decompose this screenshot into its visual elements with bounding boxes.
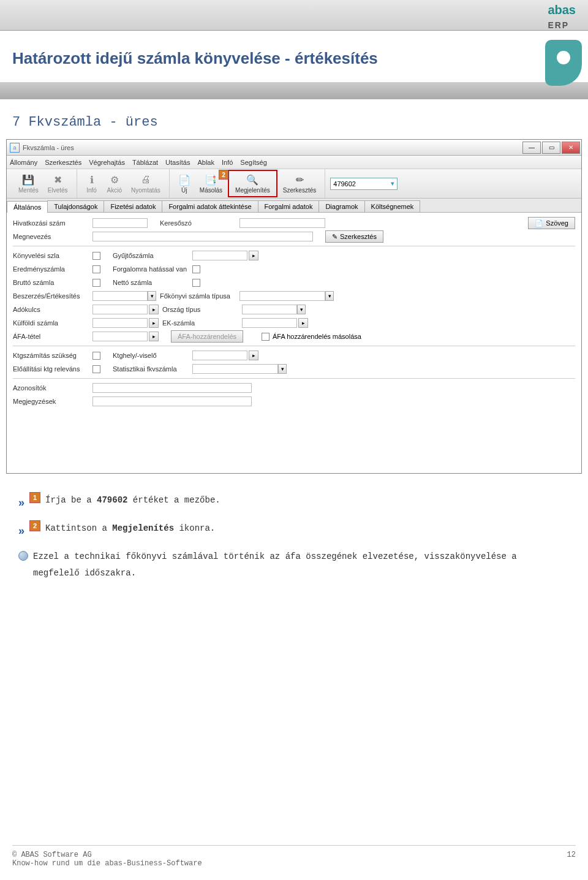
pick-kulfoldi[interactable]: ▸ [149, 318, 159, 328]
page-footer: © ABAS Software AG Know-how rund um die … [12, 845, 576, 868]
copy-icon: 📑 [205, 173, 217, 186]
menu-szerkesztes[interactable]: Szerkesztés [45, 159, 81, 166]
tab-forgalmi[interactable]: Forgalmi adatok [258, 200, 320, 212]
input-afa-tetel[interactable] [92, 332, 148, 341]
chk-brutto[interactable] [92, 279, 100, 287]
toolbar-info[interactable]: ℹInfó [82, 172, 102, 195]
input-beszerzes[interactable] [92, 291, 148, 301]
form-body: Hivatkozási szám Keresőszó 📄Szöveg Megne… [7, 213, 581, 473]
tab-diagramok[interactable]: Diagramok [318, 200, 364, 212]
tab-fizetesi[interactable]: Fizetési adatok [104, 200, 162, 212]
maximize-button[interactable]: ▭ [542, 142, 560, 154]
menu-utasitas[interactable]: Utasítás [165, 159, 190, 166]
label-fokonyvi-tipus: Főkönyvi számla típusa [160, 292, 239, 300]
menu-allomany[interactable]: Állomány [10, 159, 37, 166]
input-gyujto[interactable] [192, 251, 247, 260]
btn-szoveg[interactable]: 📄Szöveg [528, 217, 575, 229]
chk-eredmeny[interactable] [92, 265, 100, 273]
pick-gyujto[interactable]: ▸ [249, 251, 258, 260]
label-brutto: Bruttó számla [13, 279, 92, 286]
label-eloallitasi: Előállítási ktg releváns [13, 365, 92, 373]
tab-bar: Általános Tulajdonságok Fizetési adatok … [7, 199, 581, 213]
save-icon: 💾 [22, 173, 34, 186]
input-ek[interactable] [242, 318, 297, 328]
menu-segitseg[interactable]: Segítség [240, 159, 266, 166]
chk-netto[interactable] [192, 279, 200, 287]
btn-afa-hozzarendeles[interactable]: ÁFA-hozzárendelés [171, 330, 243, 343]
chk-forgalomra[interactable] [192, 265, 200, 273]
app-icon: a [10, 143, 20, 153]
label-ek: EK-számla [162, 319, 242, 327]
dd-orszag[interactable]: ▾ [297, 305, 306, 314]
page-title: Határozott idejű számla könyvelése - ért… [12, 49, 576, 68]
app-window: a Fkvszámla - üres — ▭ ✕ Állomány Szerke… [6, 139, 582, 474]
tab-koltsegnemek[interactable]: Költségnemek [364, 200, 421, 212]
input-fokonyvi-tipus[interactable] [239, 291, 325, 301]
step-1-badge: 1 [29, 492, 40, 503]
minimize-button[interactable]: — [522, 142, 541, 154]
input-megjegyzesek[interactable] [92, 396, 252, 406]
tab-tulajdonsagok[interactable]: Tulajdonságok [47, 200, 104, 212]
toolbar-masolas[interactable]: 2📑Másolás [196, 172, 226, 195]
label-konyvelesi: Könyvelési szla [13, 252, 92, 259]
close-button[interactable]: ✕ [562, 142, 580, 154]
label-adokulcs: Adókulcs [13, 306, 92, 313]
tab-forgalmi-attekintes[interactable]: Forgalmi adatok áttekintése [162, 200, 258, 212]
menu-tablazat[interactable]: Táblázat [132, 159, 158, 166]
input-kulfoldi[interactable] [92, 318, 148, 328]
search-value: 479602 [333, 180, 356, 188]
toolbar-elvetes[interactable]: ✖Elvetés [44, 172, 72, 195]
footer-tagline: Know-how rund um die abas-Business-Softw… [12, 859, 202, 868]
menu-info[interactable]: Infó [222, 159, 233, 166]
input-orszag[interactable] [242, 305, 297, 314]
logo-text-sub: ERP [548, 20, 569, 30]
label-ktghely: Ktghely/-viselő [113, 352, 192, 359]
input-hivatkozasi[interactable] [92, 218, 148, 228]
toolbar-szerkesztes[interactable]: ✏Szerkesztés [279, 172, 320, 195]
input-adokulcs[interactable] [92, 305, 148, 314]
page-header: abas ERP [0, 0, 588, 31]
pick-afa-tetel[interactable]: ▸ [149, 332, 159, 341]
pick-adokulcs[interactable]: ▸ [149, 305, 159, 314]
dd-statisztikai[interactable]: ▾ [278, 364, 287, 374]
menu-vegrehajtas[interactable]: Végrehajtás [89, 159, 125, 166]
toolbar-uj[interactable]: 📄Új [175, 172, 194, 195]
tab-altalanos[interactable]: Általános [7, 201, 48, 213]
note-icon [18, 551, 28, 561]
toolbar-mentes[interactable]: 💾Mentés [15, 172, 42, 195]
label-ktgszam: Ktgszámítás szükség [13, 352, 92, 359]
label-keresoszo: Keresőszó [160, 219, 239, 227]
label-orszag: Ország típus [162, 306, 242, 313]
pick-ktghely[interactable]: ▸ [249, 351, 258, 360]
chk-konyvelesi[interactable] [92, 252, 100, 260]
toolbar-akcio[interactable]: ⚙Akció [104, 172, 126, 195]
chk-ktgszam[interactable] [92, 352, 100, 360]
input-statisztikai[interactable] [192, 364, 278, 374]
titlebar: a Fkvszámla - üres — ▭ ✕ [7, 140, 581, 156]
chevron-down-icon: ▾ [391, 180, 394, 188]
menu-ablak[interactable]: Ablak [197, 159, 214, 166]
chk-eloallitasi[interactable] [92, 365, 100, 373]
discard-icon: ✖ [51, 173, 64, 186]
chk-afa-masolas[interactable] [262, 333, 270, 341]
print-icon: 🖨 [140, 173, 152, 186]
page-number: 12 [567, 851, 576, 868]
bullet-icon: » [18, 520, 24, 541]
search-combo[interactable]: 479602 ▾ [330, 178, 398, 190]
input-keresoszo[interactable] [239, 218, 325, 228]
dd-beszerzes[interactable]: ▾ [148, 291, 156, 301]
dd-fokonyvi-tipus[interactable]: ▾ [325, 291, 334, 301]
input-azonositok[interactable] [92, 383, 252, 393]
abas-logo: abas ERP [548, 3, 576, 31]
label-kulfoldi: Külföldi számla [13, 319, 92, 327]
label-gyujto: Gyűjtőszámla [113, 252, 192, 259]
bullet-icon: » [18, 492, 24, 513]
label-statisztikai: Statisztikai fkvszámla [113, 365, 192, 373]
pick-ek[interactable]: ▸ [298, 318, 308, 328]
input-megnevezes[interactable] [92, 232, 313, 241]
instructions: » 1 Írja be a 479602 értéket a mezőbe. »… [0, 474, 588, 607]
toolbar-nyomtatas[interactable]: 🖨Nyomtatás [127, 172, 164, 195]
input-ktghely[interactable] [192, 351, 247, 360]
toolbar-megjelenites[interactable]: 🔍Megjelenítés [232, 172, 274, 195]
btn-szerkesztes[interactable]: ✎Szerkesztés [325, 230, 383, 243]
